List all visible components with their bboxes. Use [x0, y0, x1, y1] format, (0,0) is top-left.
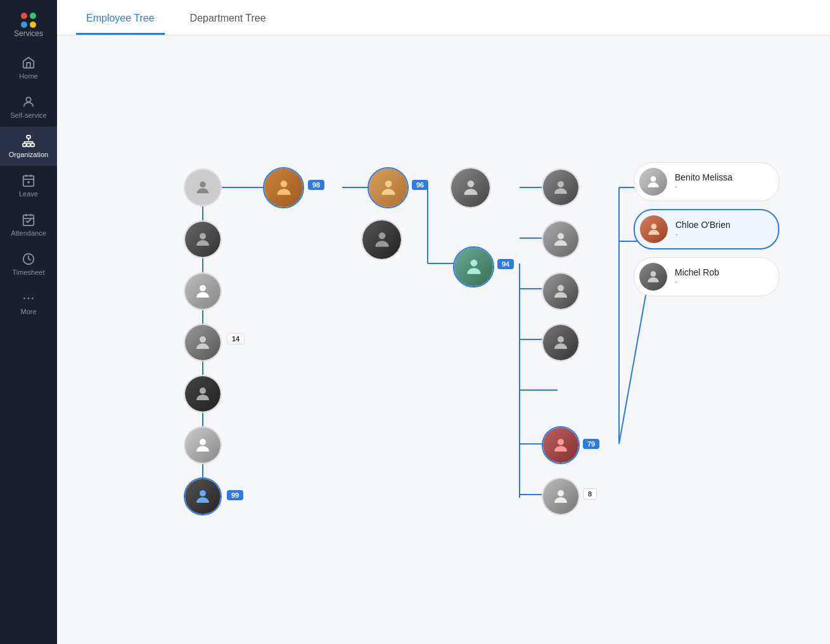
dot-yellow	[30, 22, 36, 28]
card-sub-chloe: -	[675, 230, 731, 239]
svg-rect-1	[27, 136, 30, 139]
timesheet-label: Timesheet	[13, 268, 45, 276]
svg-point-42	[558, 181, 564, 187]
card-info-chloe: Chloe O'Brien -	[675, 220, 731, 239]
sidebar-logo: Services	[9, 8, 48, 43]
card-name-benito: Benito Melissa	[675, 172, 732, 182]
card-benito-melissa[interactable]: Benito Melissa -	[634, 162, 779, 201]
svg-line-29	[619, 292, 646, 444]
tree-container: 14 99	[76, 61, 773, 472]
badge-79: 79	[583, 439, 599, 449]
svg-point-44	[558, 285, 564, 291]
tree-area: 14 99	[57, 35, 830, 644]
right-panel-cards: Benito Melissa - Chloe O'Brien -	[634, 162, 779, 296]
svg-rect-3	[27, 144, 30, 147]
svg-point-43	[558, 233, 564, 239]
svg-point-49	[651, 224, 657, 229]
svg-point-37	[280, 180, 287, 187]
svg-point-30	[200, 182, 205, 187]
avatar-r6[interactable]	[542, 477, 580, 515]
avatar-r3[interactable]	[542, 272, 580, 310]
badge-96: 96	[412, 180, 428, 190]
home-icon	[22, 56, 35, 70]
svg-point-36	[200, 490, 206, 496]
card-sub-michel: -	[675, 277, 719, 286]
dot-blue	[21, 22, 27, 28]
more-label: More	[20, 308, 36, 315]
sidebar-item-home[interactable]: Home	[0, 48, 57, 87]
badge-14: 14	[227, 333, 245, 344]
svg-rect-2	[23, 144, 27, 147]
avatar-7-highlighted[interactable]	[184, 477, 222, 515]
sidebar-item-self-service[interactable]: Self-service	[0, 87, 57, 127]
attendance-icon	[22, 213, 35, 227]
avatar-5[interactable]	[184, 375, 222, 413]
svg-point-45	[558, 336, 564, 343]
leave-label: Leave	[19, 190, 38, 198]
card-avatar-michel	[639, 263, 667, 291]
svg-rect-5	[23, 176, 34, 187]
svg-point-50	[651, 271, 656, 277]
card-chloe-obrien[interactable]: Chloe O'Brien -	[634, 209, 779, 249]
avatar-r5-highlighted[interactable]	[542, 426, 580, 464]
svg-point-47	[558, 490, 564, 496]
avatar-node98[interactable]	[263, 167, 304, 208]
dot-red	[21, 13, 27, 19]
card-name-michel: Michel Rob	[675, 267, 719, 277]
organization-label: Organization	[9, 151, 48, 158]
sidebar-item-leave[interactable]: Leave	[0, 166, 57, 205]
card-avatar-benito	[639, 168, 667, 196]
avatar-placeholder[interactable]	[184, 168, 222, 206]
avatar-node96[interactable]	[367, 167, 409, 208]
svg-point-41	[470, 260, 477, 267]
tab-bar: Employee Tree Department Tree	[57, 0, 830, 35]
svg-point-0	[26, 98, 30, 102]
main-content: Employee Tree Department Tree	[57, 0, 830, 644]
sidebar: Services Home Self-service Organization	[0, 0, 57, 644]
leave-icon	[22, 174, 35, 187]
self-service-label: Self-service	[10, 111, 46, 119]
avatar-r4[interactable]	[542, 324, 580, 362]
sidebar-item-organization[interactable]: Organization	[0, 127, 57, 166]
badge-94: 94	[497, 259, 514, 269]
avatar-r1[interactable]	[542, 168, 580, 206]
avatar-4[interactable]	[184, 324, 222, 362]
svg-point-35	[200, 439, 206, 445]
org-icon	[22, 134, 35, 148]
home-label: Home	[19, 72, 37, 80]
svg-point-48	[651, 176, 656, 182]
card-name-chloe: Chloe O'Brien	[675, 220, 731, 230]
tab-employee-tree[interactable]: Employee Tree	[76, 0, 165, 35]
avatar-3[interactable]	[184, 272, 222, 310]
attendance-label: Attendance	[11, 229, 46, 237]
sidebar-item-more[interactable]: More	[0, 284, 57, 323]
dot-green	[30, 13, 36, 19]
card-avatar-chloe	[640, 215, 668, 243]
card-info-michel: Michel Rob -	[675, 267, 719, 286]
avatar-top-woman[interactable]	[450, 167, 491, 208]
svg-point-38	[385, 180, 392, 187]
sidebar-item-attendance[interactable]: Attendance	[0, 205, 57, 244]
svg-point-46	[558, 439, 564, 445]
card-sub-benito: -	[675, 182, 732, 191]
avatar-dark-man[interactable]	[361, 219, 402, 260]
svg-point-9	[23, 298, 25, 300]
more-icon	[22, 291, 35, 305]
svg-point-6	[28, 182, 29, 183]
tab-department-tree[interactable]: Department Tree	[180, 0, 276, 35]
avatar-2[interactable]	[184, 220, 222, 258]
services-label: Services	[14, 29, 43, 38]
sidebar-item-timesheet[interactable]: Timesheet	[0, 244, 57, 284]
svg-rect-4	[31, 144, 34, 147]
badge-98: 98	[308, 180, 324, 190]
svg-point-39	[467, 180, 474, 187]
avatar-node94[interactable]	[453, 246, 494, 287]
svg-point-11	[32, 298, 34, 300]
svg-point-31	[200, 233, 206, 239]
badge-99: 99	[227, 490, 243, 500]
avatar-r2[interactable]	[542, 220, 580, 258]
svg-point-34	[200, 388, 206, 394]
svg-point-40	[378, 232, 385, 239]
avatar-6[interactable]	[184, 426, 222, 464]
card-michel-rob[interactable]: Michel Rob -	[634, 257, 779, 296]
